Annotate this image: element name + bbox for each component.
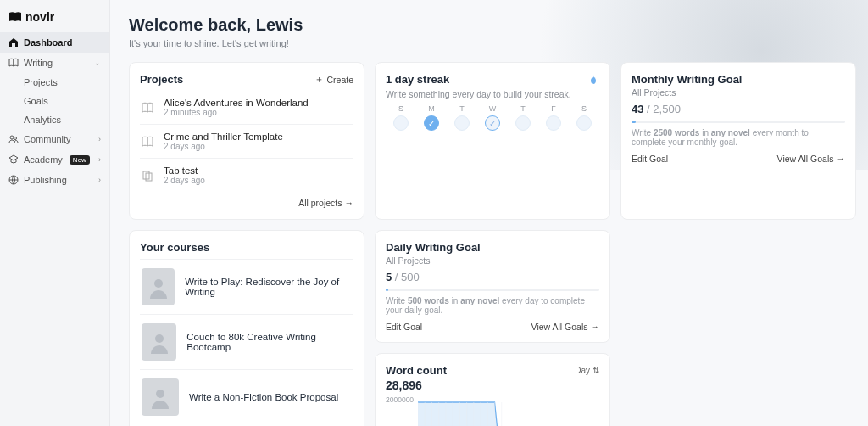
- project-time: 2 minutes ago: [164, 108, 309, 117]
- streak-subtitle: Write something every day to build your …: [386, 89, 599, 99]
- wordcount-title: Word count: [386, 364, 447, 377]
- chevron-right-icon: ›: [98, 176, 101, 184]
- monthly-goal-title: Monthly Writing Goal: [632, 73, 845, 86]
- streak-day-dot: [546, 115, 561, 131]
- project-title: Alice's Adventures in Wonderland: [164, 98, 309, 108]
- instructor-avatar: [142, 323, 176, 361]
- project-row[interactable]: Alice's Adventures in Wonderland 2 minut…: [140, 91, 353, 124]
- sidebar-item-projects[interactable]: Projects: [24, 73, 109, 92]
- daily-goal-scope: All Projects: [386, 255, 599, 266]
- monthly-goal-target: 2,500: [653, 103, 681, 115]
- course-row[interactable]: Couch to 80k Creative Writing Bootcamp: [140, 314, 353, 369]
- sidebar: novlr Dashboard Writing ⌄ Projects Goals…: [0, 0, 110, 426]
- course-row[interactable]: Write to Play: Rediscover the Joy of Wri…: [140, 259, 353, 314]
- hero: Welcome back, Lewis It's your time to sh…: [129, 15, 856, 48]
- academy-icon: [8, 154, 19, 165]
- daily-view-goals-link[interactable]: View All Goals →: [531, 322, 599, 332]
- sidebar-item-goals[interactable]: Goals: [24, 92, 109, 110]
- monthly-view-goals-link[interactable]: View All Goals →: [777, 154, 845, 164]
- page-subtitle: It's your time to shine. Let's get writi…: [129, 38, 856, 48]
- wordcount-card: Word count Day ⇅ 28,896 2000000 0: [375, 353, 610, 426]
- chevron-right-icon: ›: [98, 155, 101, 164]
- sidebar-item-analytics[interactable]: Analytics: [24, 110, 109, 129]
- book-open-icon: [8, 58, 19, 68]
- streak-day-label: T: [447, 104, 477, 113]
- streak-day-label: S: [569, 104, 599, 113]
- copy-icon: [142, 170, 155, 182]
- project-row[interactable]: Crime and Thriller Template 2 days ago: [140, 124, 353, 158]
- streak-day-dot: ✓: [424, 115, 439, 131]
- sidebar-item-label: Community: [24, 134, 71, 144]
- instructor-avatar: [142, 268, 175, 305]
- flame-icon: [587, 74, 599, 86]
- streak-day-dot: ✓: [485, 115, 500, 131]
- project-time: 2 days ago: [164, 176, 205, 185]
- main-content: Welcome back, Lewis It's your time to sh…: [110, 0, 868, 426]
- daily-goal-title: Daily Writing Goal: [386, 241, 599, 254]
- monthly-goal-current: 43: [632, 103, 643, 115]
- course-title: Write a Non-Fiction Book Proposal: [189, 392, 338, 402]
- daily-goal-target: 500: [401, 271, 420, 283]
- streak-day-dot: [393, 115, 409, 131]
- streak-day-dot: [454, 115, 470, 131]
- course-title: Couch to 80k Creative Writing Bootcamp: [186, 332, 352, 352]
- wordcount-period-select[interactable]: Day ⇅: [575, 366, 599, 375]
- plus-icon: ＋: [314, 74, 324, 86]
- sidebar-item-academy[interactable]: Academy New ›: [0, 149, 109, 170]
- streak-day-dot: [576, 115, 592, 131]
- users-icon: [8, 134, 19, 144]
- monthly-goal-desc: Write 2500 words in any novel every mont…: [632, 128, 845, 147]
- all-projects-link[interactable]: All projects →: [298, 198, 353, 208]
- arrow-right-icon: →: [591, 322, 600, 332]
- page-title: Welcome back, Lewis: [129, 15, 856, 35]
- sidebar-item-label: Publishing: [24, 175, 67, 185]
- chevron-down-icon: ⌄: [94, 59, 101, 67]
- streak-title: 1 day streak: [386, 73, 449, 86]
- project-title: Crime and Thriller Template: [164, 132, 283, 142]
- new-badge: New: [70, 155, 90, 165]
- brand-name: novlr: [25, 10, 54, 24]
- brand-logo[interactable]: novlr: [0, 7, 109, 32]
- projects-title: Projects: [140, 73, 183, 86]
- daily-goal-desc: Write 500 words in any novel every day t…: [386, 296, 599, 315]
- project-time: 2 days ago: [164, 142, 283, 151]
- streak-card: 1 day streak Write something every day t…: [375, 62, 610, 220]
- sidebar-item-publishing[interactable]: Publishing ›: [0, 170, 109, 190]
- svg-point-5: [154, 279, 163, 288]
- sidebar-item-label: Academy: [24, 154, 63, 165]
- course-title: Write to Play: Rediscover the Joy of Wri…: [185, 277, 352, 297]
- sidebar-item-dashboard[interactable]: Dashboard: [0, 32, 109, 53]
- arrow-right-icon: →: [345, 198, 354, 208]
- monthly-edit-goal-link[interactable]: Edit Goal: [632, 154, 668, 164]
- streak-day-label: M: [416, 104, 447, 113]
- sidebar-item-label: Goals: [24, 96, 48, 106]
- projects-card: Projects ＋ Create Alice's Adventures in …: [129, 62, 364, 220]
- streak-day-dot: [515, 115, 531, 131]
- course-row[interactable]: Write a Non-Fiction Book Proposal: [140, 369, 353, 424]
- project-row[interactable]: Tab test 2 days ago: [140, 158, 353, 192]
- book-icon: [8, 11, 22, 23]
- sidebar-item-writing[interactable]: Writing ⌄: [0, 53, 109, 73]
- arrow-right-icon: →: [837, 154, 846, 164]
- create-project-button[interactable]: ＋ Create: [314, 74, 353, 86]
- monthly-goal-scope: All Projects: [632, 87, 845, 98]
- svg-point-6: [155, 334, 164, 343]
- book-icon: [142, 136, 155, 148]
- monthly-goal-card: Monthly Writing Goal All Projects 43 / 2…: [620, 62, 856, 220]
- sidebar-item-label: Analytics: [24, 115, 61, 125]
- sidebar-item-community[interactable]: Community ›: [0, 129, 109, 149]
- instructor-avatar: [142, 378, 179, 416]
- courses-title: Your courses: [140, 241, 353, 254]
- svg-point-1: [14, 137, 17, 140]
- daily-edit-goal-link[interactable]: Edit Goal: [386, 322, 422, 332]
- svg-point-7: [156, 390, 164, 398]
- streak-day-label: W: [477, 104, 508, 113]
- streak-day-label: S: [386, 104, 416, 113]
- streak-day-label: T: [508, 104, 538, 113]
- monthly-goal-progress: [632, 121, 636, 123]
- daily-goal-card: Daily Writing Goal All Projects 5 / 500 …: [375, 230, 610, 343]
- project-title: Tab test: [164, 165, 205, 176]
- all-projects-label: All projects: [298, 198, 342, 208]
- sidebar-item-label: Projects: [24, 77, 58, 87]
- courses-card: Your courses Write to Play: Rediscover t…: [129, 230, 364, 426]
